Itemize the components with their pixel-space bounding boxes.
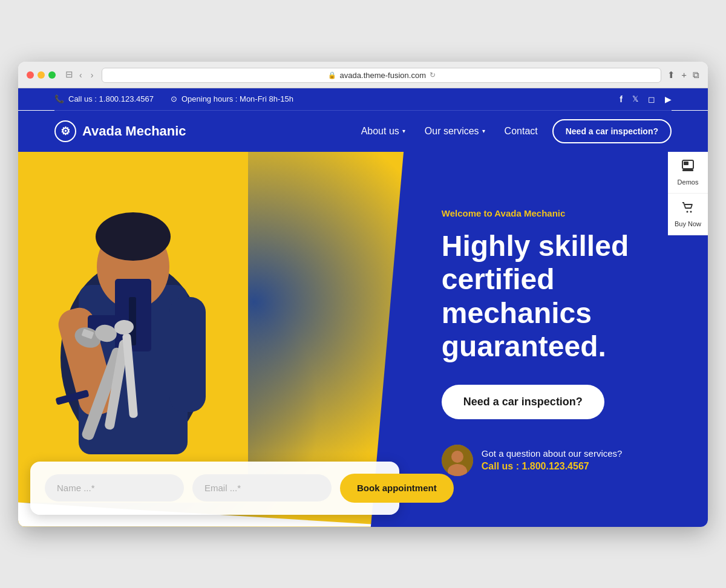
phone-label: Call us : 1.800.123.4567 [68,94,154,103]
traffic-lights [27,71,56,79]
close-button[interactable] [27,71,34,79]
avatar-image [442,445,473,476]
demos-icon [681,159,695,175]
contact-info: Got a question about our services? Call … [482,448,623,472]
nav-services[interactable]: Our services ▾ [425,126,485,137]
email-input[interactable] [192,474,332,501]
top-bar-left: 📞 Call us : 1.800.123.4567 ⊙ Opening hou… [54,94,293,103]
hero-contact: Got a question about our services? Call … [442,445,678,476]
nav-about-label: About us [361,126,399,137]
browser-chrome: ⊟ ‹ › 🔒 avada.theme-fusion.com ↻ ⬆ + ⧉ [18,62,708,88]
social-links: f 𝕏 ◻ ▶ [620,94,672,104]
nav-about[interactable]: About us ▾ [361,126,405,137]
nav-cta-button[interactable]: Need a car inspection? [552,119,672,143]
refresh-icon[interactable]: ↻ [430,71,436,79]
instagram-icon[interactable]: ◻ [648,94,655,104]
hours-info: ⊙ Opening hours : Mon-Fri 8h-15h [171,94,293,103]
logo[interactable]: ⚙ Avada Mechanic [54,120,186,142]
browser-nav: ⊟ ‹ › [65,69,96,81]
cart-svg-icon [681,201,695,214]
book-appointment-button[interactable]: Book appointment [340,474,454,503]
buy-now-button[interactable]: Buy Now [668,194,708,235]
phone-info: 📞 Call us : 1.800.123.4567 [54,94,154,103]
svg-rect-22 [684,162,688,165]
youtube-icon[interactable]: ▶ [665,94,672,104]
nav-services-label: Our services [425,126,479,137]
name-input[interactable] [45,474,184,501]
demos-button[interactable]: Demos [668,152,708,194]
svg-point-24 [687,211,688,212]
hero-title: Highly skilled certified mechanics guara… [442,229,678,363]
chevron-down-icon: ▾ [402,128,405,134]
nav-contact-label: Contact [505,126,538,137]
contact-question: Got a question about our services? [482,448,623,459]
hero-content: Welcome to Avada Mechanic Highly skilled… [411,152,708,527]
tabs-icon[interactable]: ⧉ [693,70,699,80]
twitter-icon[interactable]: 𝕏 [632,94,638,103]
top-bar: 📞 Call us : 1.800.123.4567 ⊙ Opening hou… [18,88,708,110]
hours-label: Opening hours : Mon-Fri 8h-15h [182,94,293,103]
mechanic-illustration [18,152,248,503]
svg-point-4 [96,212,171,261]
maximize-button[interactable] [48,71,56,79]
nav-links: About us ▾ Our services ▾ Contact [361,126,538,137]
nav-contact[interactable]: Contact [505,126,538,137]
svg-rect-6 [169,297,206,412]
hero-section: Welcome to Avada Mechanic Highly skilled… [18,152,708,527]
hero-subtitle: Welcome to Avada Mechanic [442,208,678,218]
hero-cta-button[interactable]: Need a car inspection? [442,385,604,419]
appointment-form: Book appointment [30,462,399,515]
svg-rect-23 [682,169,693,171]
browser-actions: ⬆ + ⧉ [667,70,699,80]
side-panel: Demos Buy Now [668,152,708,235]
new-tab-icon[interactable]: + [681,70,687,80]
svg-point-25 [690,211,692,212]
svg-point-19 [451,451,463,463]
site-wrapper: 📞 Call us : 1.800.123.4567 ⊙ Opening hou… [18,88,708,527]
browser-window: ⊟ ‹ › 🔒 avada.theme-fusion.com ↻ ⬆ + ⧉ 📞… [18,62,708,527]
back-button[interactable]: ‹ [77,69,85,81]
share-icon[interactable]: ⬆ [667,70,675,80]
buy-now-label: Buy Now [675,220,701,227]
clock-icon: ⊙ [171,94,177,103]
url-text: avada.theme-fusion.com [340,71,426,80]
sidebar-icon: ⊟ [65,69,73,81]
demos-label: Demos [678,178,699,186]
forward-button[interactable]: › [88,69,96,81]
logo-icon: ⚙ [54,120,76,142]
facebook-icon[interactable]: f [620,94,623,104]
avatar [442,445,473,476]
minimize-button[interactable] [38,71,45,79]
chevron-down-icon: ▾ [482,128,485,134]
logo-text: Avada Mechanic [82,123,186,139]
main-nav: ⚙ Avada Mechanic About us ▾ Our services… [18,111,708,152]
address-bar[interactable]: 🔒 avada.theme-fusion.com ↻ [102,68,661,83]
cart-icon [681,201,695,217]
phone-icon: 📞 [54,94,64,103]
lock-icon: 🔒 [328,71,336,79]
demos-svg-icon [681,159,695,172]
contact-phone: Call us : 1.800.123.4567 [482,461,623,472]
